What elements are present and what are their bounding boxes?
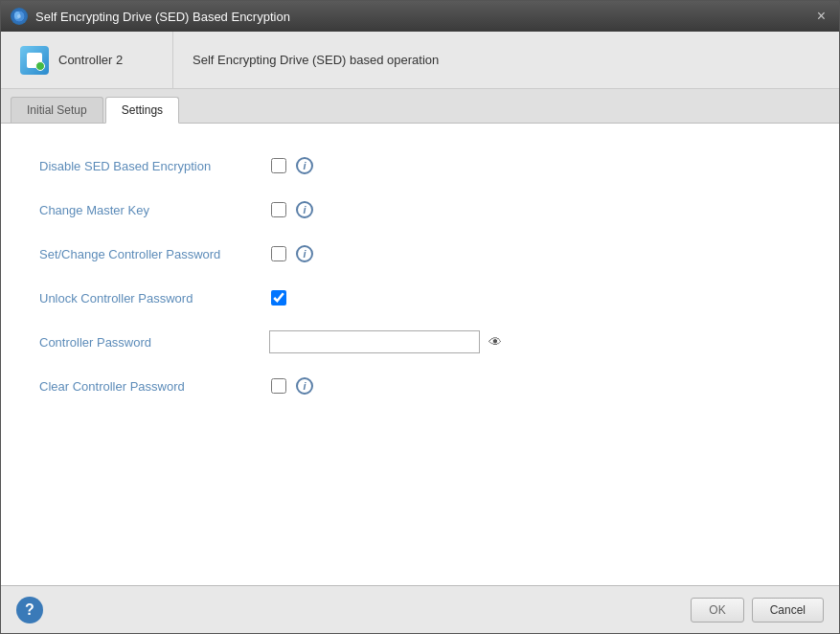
controller-password-input[interactable] [269, 330, 480, 353]
footer: ? OK Cancel [1, 585, 839, 633]
label-controller-password: Controller Password [39, 335, 269, 350]
checkbox-clear-controller-password[interactable] [271, 378, 286, 394]
row-change-master-key: Change Master Key i [39, 196, 801, 223]
tabs-bar: Initial Setup Settings [1, 89, 839, 124]
status-dot [35, 61, 45, 71]
controller-icon [20, 46, 49, 75]
ok-button[interactable]: OK [691, 598, 743, 623]
label-clear-controller-password: Clear Controller Password [39, 379, 269, 394]
tab-initial-setup[interactable]: Initial Setup [11, 97, 103, 123]
checkbox-change-master-key[interactable] [271, 202, 286, 217]
title-bar: Self Encrypting Drive (SED) Based Encryp… [1, 1, 839, 32]
close-button[interactable]: × [813, 7, 829, 26]
tab-settings[interactable]: Settings [105, 97, 179, 124]
label-change-master-key: Change Master Key [39, 203, 269, 217]
header-section: Controller 2 Self Encrypting Drive (SED)… [1, 32, 839, 89]
label-disable-sed: Disable SED Based Encryption [39, 159, 269, 173]
label-unlock-controller-password: Unlock Controller Password [39, 291, 269, 306]
dialog: Self Encrypting Drive (SED) Based Encryp… [0, 0, 840, 634]
operation-section: Self Encrypting Drive (SED) based operat… [173, 32, 458, 88]
row-clear-controller-password: Clear Controller Password i [39, 373, 801, 399]
row-disable-sed: Disable SED Based Encryption i [39, 152, 801, 179]
checkbox-unlock-controller-password[interactable] [271, 290, 286, 306]
dialog-title: Self Encrypting Drive (SED) Based Encryp… [35, 10, 290, 24]
title-icon [11, 8, 28, 25]
info-icon-set-change-controller-password[interactable]: i [296, 245, 313, 262]
info-icon-disable-sed[interactable]: i [296, 157, 313, 174]
checkbox-set-change-controller-password[interactable] [271, 246, 286, 261]
help-button[interactable]: ? [16, 597, 43, 623]
svg-point-2 [17, 14, 21, 18]
controller-section: Controller 2 [1, 32, 173, 88]
row-unlock-controller-password: Unlock Controller Password [39, 284, 801, 311]
controller-label: Controller 2 [58, 53, 123, 67]
row-set-change-controller-password: Set/Change Controller Password i [39, 240, 801, 267]
checkbox-disable-sed[interactable] [271, 158, 286, 173]
content-area: Disable SED Based Encryption i Change Ma… [1, 124, 839, 585]
operation-label: Self Encrypting Drive (SED) based operat… [193, 53, 439, 67]
cancel-button[interactable]: Cancel [752, 598, 824, 623]
info-icon-change-master-key[interactable]: i [296, 201, 313, 218]
show-password-icon[interactable]: 👁 [486, 334, 505, 350]
label-set-change-controller-password: Set/Change Controller Password [39, 247, 269, 261]
info-icon-clear-controller-password[interactable]: i [296, 377, 313, 395]
row-controller-password: Controller Password 👁 [39, 328, 801, 355]
